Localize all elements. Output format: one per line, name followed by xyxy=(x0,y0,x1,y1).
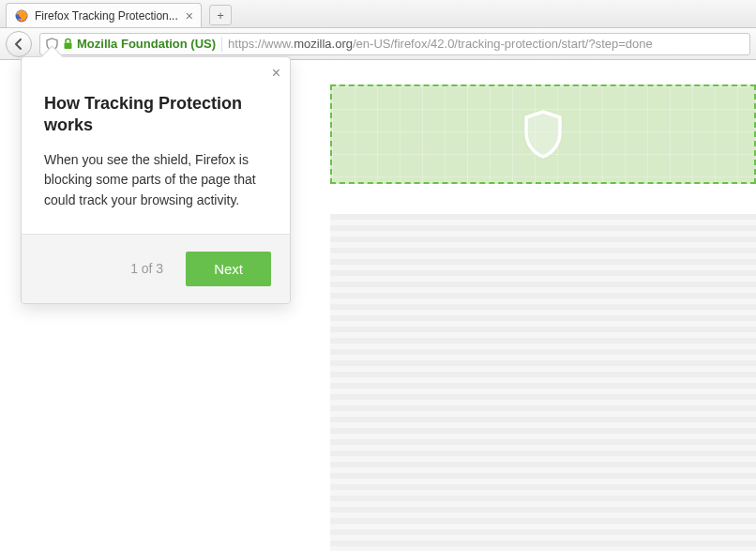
tab-strip: Firefox Tracking Protection... × + xyxy=(0,0,756,28)
content-placeholder-stripes xyxy=(330,214,756,551)
url-text: https://www.mozilla.org/en-US/firefox/42… xyxy=(228,37,653,51)
step-indicator: 1 of 3 xyxy=(130,261,163,276)
url-separator xyxy=(221,37,222,52)
lock-icon xyxy=(63,38,73,50)
back-button[interactable] xyxy=(6,31,32,57)
site-identity-label[interactable]: Mozilla Foundation (US) xyxy=(77,37,216,51)
arrow-left-icon xyxy=(12,38,25,51)
firefox-favicon xyxy=(14,8,29,23)
tracking-protection-tour-panel: × How Tracking Protection works When you… xyxy=(21,56,291,304)
url-bar[interactable]: Mozilla Foundation (US) https://www.mozi… xyxy=(39,33,750,55)
browser-tab[interactable]: Firefox Tracking Protection... × xyxy=(6,3,202,27)
panel-description: When you see the shield, Firefox is bloc… xyxy=(44,150,267,211)
panel-footer: 1 of 3 Next xyxy=(22,234,290,303)
plus-icon: + xyxy=(217,8,224,23)
panel-close-icon[interactable]: × xyxy=(272,65,280,82)
svg-rect-1 xyxy=(65,43,72,50)
panel-title: How Tracking Protection works xyxy=(44,93,267,137)
panel-body: How Tracking Protection works When you s… xyxy=(22,57,290,234)
tab-close-icon[interactable]: × xyxy=(186,9,193,23)
new-tab-button[interactable]: + xyxy=(209,5,232,25)
tab-title: Firefox Tracking Protection... xyxy=(35,9,178,23)
shield-icon xyxy=(522,109,565,160)
next-button[interactable]: Next xyxy=(186,252,271,286)
tracking-demo-banner xyxy=(330,84,756,184)
nav-toolbar: Mozilla Foundation (US) https://www.mozi… xyxy=(0,28,756,60)
